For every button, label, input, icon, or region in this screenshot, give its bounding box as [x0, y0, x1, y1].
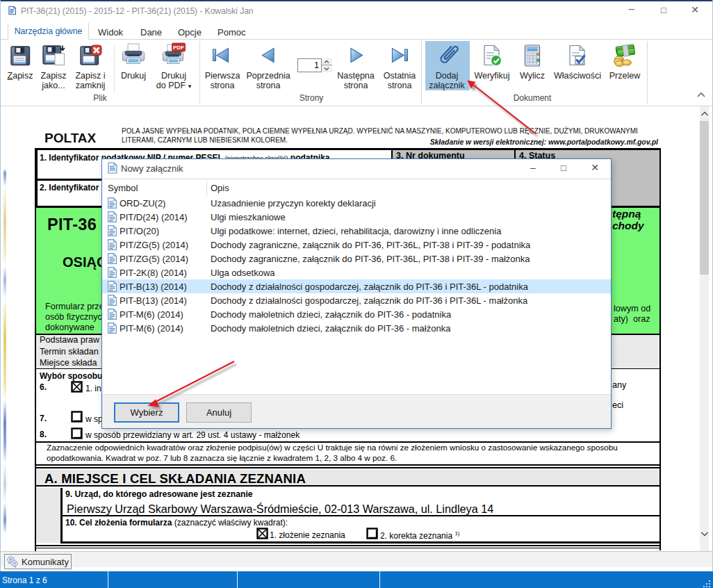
svg-text:PDF: PDF: [173, 44, 184, 51]
